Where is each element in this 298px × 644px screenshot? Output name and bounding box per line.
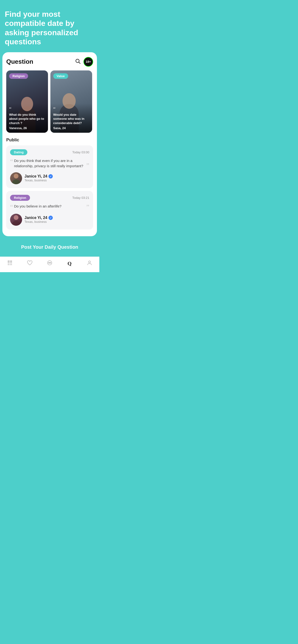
topic-badge-religion-1: Religion: [9, 73, 28, 79]
pq-topic-dating: Dating: [10, 149, 27, 155]
svg-rect-9: [10, 263, 12, 265]
profile-question-2: Would you date someone who was in consid…: [53, 112, 89, 125]
svg-point-12: [49, 262, 50, 263]
account-nav-icon: [86, 260, 93, 268]
questions-nav-icon: Q: [67, 260, 72, 267]
chat-nav-icon: [47, 260, 53, 268]
svg-rect-8: [8, 263, 10, 265]
card-header: Question 18+: [6, 57, 93, 66]
avatar-image-2: [10, 214, 22, 226]
svg-point-2: [14, 174, 19, 178]
pq-user-name-2: Janice Yi, 24 ✓: [25, 216, 53, 220]
nav-item-messages[interactable]: [40, 260, 60, 268]
section-label-public: Public: [6, 138, 93, 142]
pq-quote-right-2: ”: [86, 204, 89, 210]
pq-avatar-2: [10, 214, 22, 226]
pq-header-2: Religion Today 03:21: [10, 195, 89, 201]
hero-title: Find your most compatible date by asking…: [5, 10, 95, 46]
profile-cards-container: Religion “ What do you think about peopl…: [6, 70, 93, 133]
post-daily-question-button[interactable]: Post Your Daily Question: [3, 240, 97, 254]
pq-user-1: Janice Yi, 24 ✓ Texas, business: [10, 172, 89, 184]
pq-avatar-1: [10, 172, 22, 184]
pq-quote-left-2: “: [10, 204, 13, 210]
profile-name-2: Sasa, 24: [53, 126, 89, 130]
profile-nav-icon: [7, 260, 13, 268]
pq-quote-right-1: ”: [86, 162, 89, 169]
pq-user-name-1: Janice Yi, 24 ✓: [25, 174, 53, 178]
pq-body-1: “ Do you think that even if you are in a…: [10, 158, 89, 169]
public-question-card-2: Religion Today 03:21 “ Do you believe in…: [6, 191, 93, 230]
svg-point-11: [48, 262, 49, 263]
pq-user-info-1: Janice Yi, 24 ✓ Texas, business: [25, 174, 53, 182]
bottom-nav: Q: [0, 256, 99, 272]
pq-body-2: “ Do you believe in an afterlife? ”: [10, 204, 89, 210]
nav-item-account[interactable]: [79, 260, 99, 268]
pq-user-location-2: Texas, business: [25, 220, 53, 224]
verified-icon-1: ✓: [49, 174, 53, 178]
age-badge[interactable]: 18+: [83, 57, 93, 66]
profile-question-1: What do you think about people who go to…: [9, 112, 45, 125]
card-title: Question: [6, 58, 33, 66]
topic-badge-value-1: Value: [53, 73, 68, 79]
svg-point-13: [50, 262, 51, 263]
nav-item-profile[interactable]: [0, 260, 20, 268]
pq-time-2: Today 03:21: [72, 196, 89, 200]
svg-line-1: [79, 62, 80, 64]
svg-point-4: [14, 215, 19, 220]
svg-rect-7: [10, 260, 12, 263]
profile-name-1: Vanessa, 26: [9, 126, 45, 130]
svg-point-14: [89, 261, 90, 263]
heart-nav-icon: [27, 260, 33, 268]
main-card: Question 18+ Religion “ What do you thin…: [3, 52, 97, 236]
pq-topic-religion: Religion: [10, 195, 30, 201]
pq-text-1: Do you think that even if you are in a r…: [14, 158, 85, 169]
pq-time-1: Today 03:00: [72, 150, 89, 154]
hero-section: Find your most compatible date by asking…: [0, 0, 99, 52]
svg-rect-6: [8, 260, 10, 263]
svg-point-5: [12, 221, 20, 226]
header-icons: 18+: [75, 57, 93, 66]
profile-card-2[interactable]: Value “ Would you date someone who was i…: [50, 70, 92, 133]
avatar-image-1: [10, 172, 22, 184]
nav-item-likes[interactable]: [20, 260, 40, 268]
pq-user-location-1: Texas, business: [25, 178, 53, 182]
search-button[interactable]: [75, 58, 81, 66]
pq-quote-left-1: “: [10, 158, 13, 165]
profile-card-1[interactable]: Religion “ What do you think about peopl…: [6, 70, 48, 133]
svg-point-3: [12, 180, 20, 184]
pq-user-2: Janice Yi, 24 ✓ Texas, business: [10, 214, 89, 226]
pq-user-info-2: Janice Yi, 24 ✓ Texas, business: [25, 216, 53, 224]
nav-item-questions[interactable]: Q: [60, 260, 79, 267]
pq-header-1: Dating Today 03:00: [10, 149, 89, 155]
pq-text-2: Do you believe in an afterlife?: [14, 204, 85, 209]
public-question-card-1: Dating Today 03:00 “ Do you think that e…: [6, 146, 93, 188]
verified-icon-2: ✓: [49, 216, 53, 220]
